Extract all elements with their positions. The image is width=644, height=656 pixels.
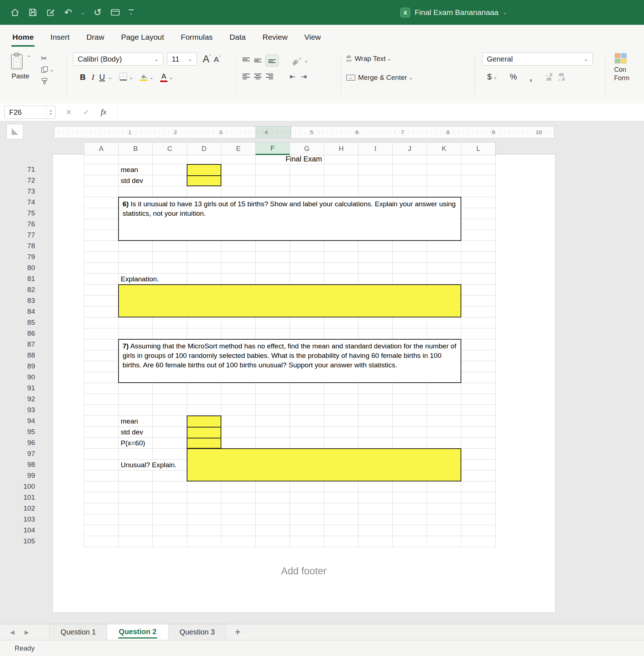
column-header-f[interactable]: F [256, 142, 290, 155]
align-top-button[interactable] [242, 57, 250, 64]
row-header-74[interactable]: 74 [13, 197, 39, 208]
edit-icon[interactable] [46, 8, 55, 17]
row-header-102[interactable]: 102 [13, 503, 39, 514]
row-header-87[interactable]: 87 [13, 339, 39, 350]
sheet-tab-question-3[interactable]: Question 3 [168, 624, 226, 640]
sheet-tab-question-1[interactable]: Question 1 [49, 624, 107, 640]
underline-button[interactable]: U [98, 73, 106, 82]
spinner-down-icon[interactable]: ▼ [49, 112, 52, 116]
row-header-86[interactable]: 86 [13, 328, 39, 339]
align-middle-button[interactable] [254, 57, 262, 64]
row-header-97[interactable]: 97 [13, 448, 39, 459]
copy-button[interactable]: ⌄ [41, 66, 54, 73]
row-header-79[interactable]: 79 [13, 251, 39, 262]
borders-button[interactable] [119, 72, 128, 82]
format-painter-button[interactable] [41, 77, 48, 86]
font-size-select[interactable]: 11 ⌄ [167, 52, 197, 66]
row-header-103[interactable]: 103 [13, 514, 39, 525]
ribbon-tab-insert[interactable]: Insert [50, 25, 70, 50]
conditional-formatting-button[interactable]: Con Form [614, 52, 629, 82]
row-header-82[interactable]: 82 [13, 284, 39, 295]
currency-format-button[interactable]: $ [487, 72, 492, 82]
align-right-button[interactable] [265, 73, 273, 80]
row-header-91[interactable]: 91 [13, 383, 39, 394]
row-header-80[interactable]: 80 [13, 262, 39, 273]
font-color-chevron-icon[interactable]: ⌄ [169, 75, 173, 80]
row-header-93[interactable]: 93 [13, 405, 39, 415]
row-header-77[interactable]: 77 [13, 230, 39, 241]
fill-color-button[interactable] [140, 74, 148, 81]
row-header-95[interactable]: 95 [13, 426, 39, 437]
increase-decimal-button[interactable]: ←.0.00 [545, 73, 552, 81]
cut-icon[interactable]: ✂ [41, 55, 47, 62]
row-header-72[interactable]: 72 [13, 175, 39, 186]
decrease-indent-icon[interactable]: ⇤ [290, 73, 296, 80]
row-header-78[interactable]: 78 [13, 241, 39, 251]
number-format-select[interactable]: General ⌄ [482, 52, 593, 66]
name-box[interactable]: F26 ▲▼ [4, 106, 55, 119]
row-header-100[interactable]: 100 [13, 481, 39, 492]
decrease-decimal-button[interactable]: .00→.0 [557, 73, 565, 81]
home-icon[interactable] [10, 8, 20, 17]
row-header-92[interactable]: 92 [13, 394, 39, 405]
increase-font-size-button[interactable]: Aˆ [203, 54, 211, 64]
currency-chevron-icon[interactable]: ⌄ [493, 74, 497, 79]
align-bottom-button[interactable] [265, 55, 279, 66]
column-header-b[interactable]: B [119, 142, 153, 155]
insert-function-button[interactable]: fx [101, 107, 106, 117]
row-header-90[interactable]: 90 [13, 372, 39, 383]
window-card-icon[interactable] [110, 8, 120, 16]
spinner-up-icon[interactable]: ▲ [49, 109, 52, 112]
undo-menu-chevron-icon[interactable]: ⌄ [81, 10, 85, 15]
column-header-a[interactable]: A [84, 142, 119, 155]
copy-chevron-icon[interactable]: ⌄ [50, 67, 54, 72]
ribbon-tab-page-layout[interactable]: Page Layout [121, 25, 164, 50]
column-header-e[interactable]: E [221, 142, 256, 155]
column-header-l[interactable]: L [461, 142, 496, 155]
wrap-text-chevron-icon[interactable]: ⌄ [387, 56, 392, 61]
font-color-button[interactable]: A [160, 73, 167, 82]
document-title[interactable]: Final Exam Banananaaa [415, 8, 498, 17]
row-header-81[interactable]: 81 [13, 273, 39, 284]
undo-icon[interactable]: ↶ [64, 8, 72, 17]
column-header-c[interactable]: C [153, 142, 187, 155]
row-header-85[interactable]: 85 [13, 317, 39, 328]
title-chevron-icon[interactable]: ⌄ [503, 10, 507, 15]
ribbon-tab-view[interactable]: View [304, 25, 321, 50]
next-sheet-icon[interactable]: ▶ [25, 629, 29, 636]
row-header-76[interactable]: 76 [13, 219, 39, 230]
column-header-j[interactable]: J [393, 142, 427, 155]
name-box-spinner[interactable]: ▲▼ [46, 106, 55, 118]
save-icon[interactable] [28, 8, 37, 17]
column-header-k[interactable]: K [427, 142, 461, 155]
add-footer-button[interactable]: Add footer [281, 566, 327, 577]
grid[interactable] [84, 155, 496, 547]
merge-center-chevron-icon[interactable]: ⌄ [408, 75, 413, 80]
increase-indent-icon[interactable]: ⇥ [301, 73, 307, 80]
row-header-83[interactable]: 83 [13, 295, 39, 306]
decrease-font-size-button[interactable]: Aˇ [214, 55, 220, 63]
underline-chevron-icon[interactable]: ⌄ [108, 75, 112, 80]
column-header-h[interactable]: H [324, 142, 358, 155]
row-header-71[interactable]: 71 [13, 164, 39, 175]
align-left-button[interactable] [242, 73, 250, 80]
italic-button[interactable]: I [88, 73, 98, 82]
row-header-73[interactable]: 73 [13, 186, 39, 197]
bold-button[interactable]: B [77, 73, 88, 82]
confirm-entry-icon[interactable]: ✓ [83, 108, 89, 117]
column-header-i[interactable]: I [358, 142, 393, 155]
ribbon-tab-formulas[interactable]: Formulas [181, 25, 213, 50]
ribbon-display-options-icon[interactable]: ⌄ [129, 9, 134, 15]
row-header-101[interactable]: 101 [13, 492, 39, 503]
column-header-g[interactable]: G [290, 142, 324, 155]
column-header-d[interactable]: D [187, 142, 221, 155]
align-center-button[interactable] [254, 73, 262, 80]
orientation-chevron-icon[interactable]: ⌄ [304, 58, 309, 63]
cancel-entry-icon[interactable]: ✕ [66, 108, 72, 117]
borders-chevron-icon[interactable]: ⌄ [129, 75, 133, 80]
row-header-84[interactable]: 84 [13, 306, 39, 317]
row-header-75[interactable]: 75 [13, 208, 39, 219]
redo-icon[interactable]: ↺ [94, 8, 102, 17]
merge-center-control[interactable]: ↔ Merge & Center ⌄ [346, 74, 413, 82]
font-name-select[interactable]: Calibri (Body) ⌄ [73, 52, 163, 66]
